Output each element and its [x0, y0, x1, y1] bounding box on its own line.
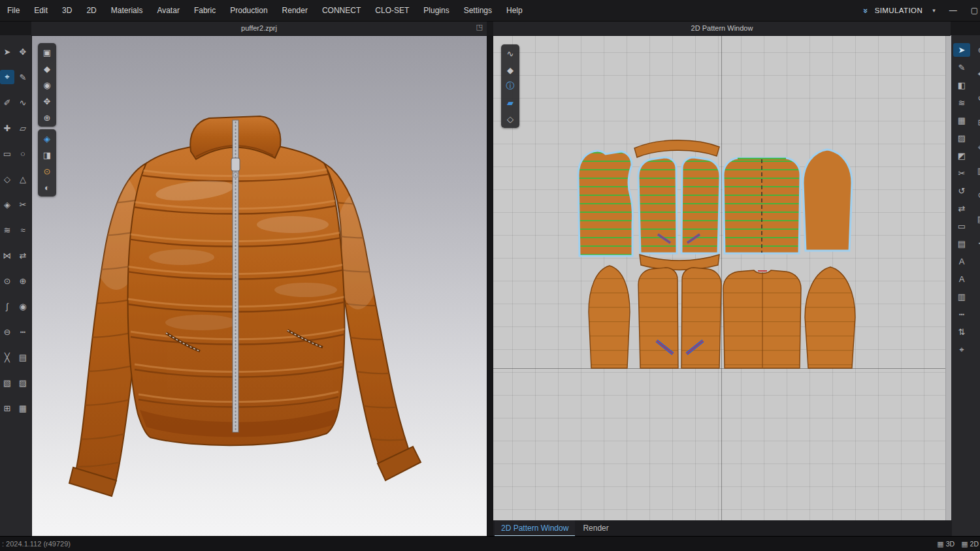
- jacket-zipper[interactable]: [231, 120, 240, 432]
- minimize-button[interactable]: —: [945, 6, 961, 15]
- add-point-icon[interactable]: ✚: [0, 121, 14, 135]
- annotation-text-icon[interactable]: A: [953, 255, 970, 268]
- jacket-3d-model[interactable]: [31, 35, 487, 537]
- show-base-pattern-icon[interactable]: ◇: [502, 112, 518, 126]
- zipper-pull[interactable]: [231, 158, 240, 171]
- dart-tool-icon[interactable]: ◇: [0, 172, 14, 186]
- avatar-walk-icon[interactable]: ✥: [16, 44, 30, 59]
- pattern-scrollbar[interactable]: [945, 35, 951, 520]
- simulation-label[interactable]: SIMULATION: [875, 7, 923, 14]
- show-garment-icon[interactable]: ◆: [39, 61, 55, 76]
- pattern-piece-sleeve-top-right[interactable]: [803, 150, 852, 251]
- mirror-pattern-icon[interactable]: ⇄: [953, 202, 970, 215]
- restore-button[interactable]: ▢: [967, 6, 980, 15]
- badge-3d-window[interactable]: ▦ 3D: [937, 540, 955, 548]
- show-pattern-3d-icon[interactable]: ◨: [39, 148, 55, 162]
- segment-sewing-icon[interactable]: ≋: [0, 223, 14, 237]
- menu-render[interactable]: Render: [275, 0, 315, 21]
- menu-materials[interactable]: Materials: [104, 0, 150, 21]
- reset-arrangement-icon[interactable]: ↺: [953, 184, 970, 198]
- menu-file[interactable]: File: [0, 0, 27, 21]
- cut-tool-icon[interactable]: ✂: [16, 197, 30, 212]
- panel-divider[interactable]: [487, 21, 493, 537]
- pattern-info-icon[interactable]: ⓘ: [502, 79, 518, 93]
- rotate-view-icon[interactable]: ↺: [973, 91, 980, 105]
- fit-view-icon[interactable]: ⊞: [973, 116, 980, 129]
- badge-2d-window[interactable]: ▦ 2D: [961, 540, 979, 548]
- pattern-3d-sync-icon[interactable]: ◧: [953, 78, 970, 92]
- show-clothes-icon[interactable]: ◈: [39, 131, 55, 146]
- show-pattern-mesh-icon[interactable]: ▨: [953, 131, 970, 145]
- pattern-piece-front-left-top[interactable]: [638, 157, 677, 253]
- tack-tool-icon[interactable]: ⊕: [16, 274, 30, 288]
- pin-tool-icon[interactable]: ⊙: [0, 274, 14, 288]
- tab-2d-pattern-window[interactable]: 2D Pattern Window: [495, 520, 575, 537]
- sewing-check-icon[interactable]: ⋈: [0, 248, 14, 262]
- menu-plugins[interactable]: Plugins: [416, 0, 456, 21]
- guide-icon[interactable]: ▥: [973, 164, 980, 178]
- show-sewing-icon[interactable]: ≋: [953, 96, 970, 110]
- edit-curvature-icon[interactable]: ∿: [16, 95, 30, 110]
- show-fabric-icon[interactable]: ▰: [502, 95, 518, 110]
- menu-connect[interactable]: CONNECT: [315, 0, 368, 21]
- menu-fabric[interactable]: Fabric: [187, 0, 223, 21]
- flip-vertical-icon[interactable]: ⇅: [953, 325, 970, 339]
- menu-avatar[interactable]: Avatar: [150, 0, 186, 21]
- menu-2d[interactable]: 2D: [79, 0, 103, 21]
- show-garment-2d-icon[interactable]: ◆: [502, 63, 518, 77]
- simulation-caret-icon[interactable]: ▾: [928, 7, 939, 14]
- view-cube-icon[interactable]: ▣: [39, 45, 55, 59]
- zoom-tool-icon[interactable]: ⊕: [973, 43, 980, 57]
- menu-edit[interactable]: Edit: [27, 0, 55, 21]
- pattern-piece-hem-band[interactable]: [640, 255, 719, 270]
- pattern-piece-back-top-left[interactable]: [578, 151, 632, 256]
- 2d-panel-title-bar[interactable]: 2D Pattern Window: [493, 21, 951, 36]
- zipper-tool-icon[interactable]: ∫: [0, 299, 14, 313]
- snap-icon[interactable]: ◈: [973, 140, 980, 153]
- button-tool-icon[interactable]: ◉: [16, 299, 30, 313]
- show-topstitch-icon[interactable]: ┅: [953, 307, 970, 321]
- buttonhole-tool-icon[interactable]: ⊖: [0, 324, 14, 339]
- basting-tool-icon[interactable]: ╳: [0, 350, 14, 364]
- options-icon[interactable]: ▤: [973, 212, 980, 226]
- avatar-display-icon[interactable]: ⊙: [39, 164, 55, 178]
- free-sewing-icon[interactable]: ≈: [16, 223, 30, 237]
- show-avatar-icon[interactable]: ◉: [39, 78, 55, 92]
- menu-production[interactable]: Production: [223, 0, 274, 21]
- tab-render[interactable]: Render: [576, 520, 615, 537]
- menu-help[interactable]: Help: [499, 0, 530, 21]
- layer-icon[interactable]: ▤: [953, 237, 970, 251]
- lock-icon[interactable]: ⊙: [973, 188, 980, 202]
- topstitch-tool-icon[interactable]: ┅: [16, 324, 30, 339]
- measure-2d-icon[interactable]: ⌖: [953, 343, 970, 356]
- edit-sewing-icon[interactable]: ✎: [953, 61, 970, 74]
- polygon-tool-icon[interactable]: ▱: [16, 121, 30, 135]
- more-tools-icon[interactable]: ┅: [973, 236, 980, 250]
- menu-clo-set[interactable]: CLO-SET: [368, 0, 416, 21]
- circle-tool-icon[interactable]: ○: [16, 146, 30, 161]
- avatar-size-icon[interactable]: ⊕: [39, 110, 55, 125]
- simulation-expand-icon[interactable]: »: [862, 8, 872, 12]
- grading-tool-icon[interactable]: ▧: [0, 375, 14, 390]
- pattern-piece-sleeve-bottom-right[interactable]: [805, 267, 855, 368]
- fold-arrangement-icon[interactable]: ⇄: [16, 248, 30, 262]
- menu-3d[interactable]: 3D: [55, 0, 79, 21]
- transform-pattern-icon[interactable]: ⌖: [0, 70, 14, 84]
- edit-point-icon[interactable]: ✐: [0, 95, 14, 110]
- edit-pattern-icon[interactable]: ✎: [16, 70, 30, 84]
- pattern-piece-sleeve-bottom-left[interactable]: [589, 266, 630, 368]
- edit-2d-stitch-icon[interactable]: ∿: [502, 46, 518, 61]
- texture-editor-icon[interactable]: ▨: [16, 375, 30, 390]
- colorway-icon[interactable]: ◩: [953, 149, 970, 163]
- rectangle-tool-icon[interactable]: ▭: [0, 146, 14, 161]
- show-grid-icon[interactable]: ▦: [953, 114, 970, 127]
- show-seamline-icon[interactable]: ▭: [953, 219, 970, 233]
- pattern-piece-collar[interactable]: [634, 140, 719, 157]
- gizmo-icon[interactable]: ✥: [39, 94, 55, 108]
- 3d-panel-title-bar[interactable]: puffer2.zprj ◳: [31, 21, 487, 36]
- 3d-viewport[interactable]: ▣◆◉✥⊕ ◈◨⊙◐: [31, 35, 487, 537]
- measure-tape-icon[interactable]: ▤: [16, 350, 30, 364]
- cut-pattern-icon[interactable]: ✂: [953, 166, 970, 180]
- fabric-strip-icon[interactable]: ▦: [16, 401, 30, 415]
- pan-tool-icon[interactable]: ✥: [973, 67, 980, 81]
